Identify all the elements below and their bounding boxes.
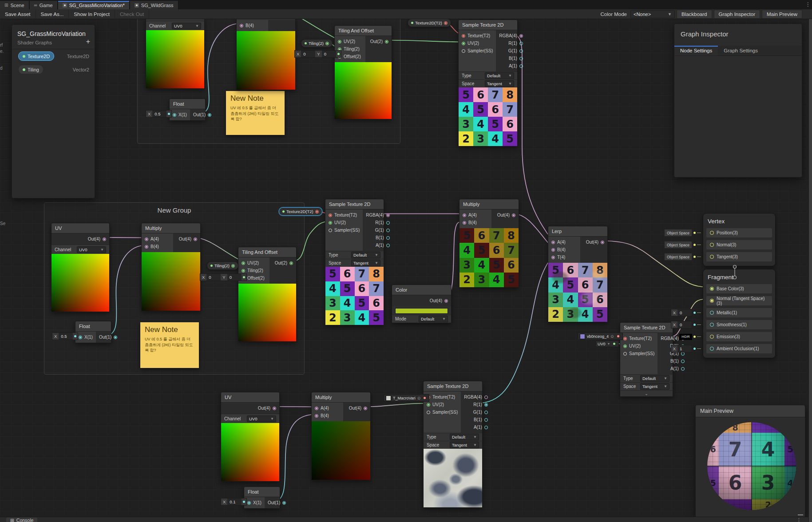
port-row[interactable]: B(4)	[459, 219, 491, 226]
block-row-tangent-3-[interactable]: Tangent(3)Object Space	[706, 252, 772, 261]
property-pill-tiling-pill-mid[interactable]: Tiling(2)	[207, 261, 238, 270]
block-port[interactable]	[710, 347, 714, 351]
object-space-pill[interactable]: Object Space	[664, 241, 692, 249]
node-float-mid[interactable]: FloatX(1)Out(1)	[75, 321, 111, 343]
output-port[interactable]	[386, 221, 390, 225]
output-port[interactable]	[194, 237, 197, 241]
field-value[interactable]: 0	[677, 309, 692, 316]
node-tao-top[interactable]: Tiling And OffsetUV(2)Tiling(2)Offset(2)…	[334, 25, 392, 119]
pill-port[interactable]	[231, 264, 235, 268]
output-port[interactable]	[681, 367, 685, 371]
output-port[interactable]	[114, 336, 117, 339]
output-port[interactable]	[444, 299, 448, 303]
block-port[interactable]	[710, 323, 714, 327]
port-row[interactable]: Sampler(SS)	[459, 47, 496, 55]
port-row[interactable]: B(4)	[548, 246, 580, 253]
block-row-ambient-occlusion-1-[interactable]: Ambient Occlusion(1)X1	[706, 344, 772, 353]
input-port[interactable]	[623, 344, 627, 348]
uv-channel-mini-dd[interactable]: UV0▼	[595, 340, 619, 347]
show-in-project-button[interactable]: Show In Project	[69, 9, 115, 19]
output-port[interactable]	[208, 113, 211, 117]
dropdown[interactable]: UV0▼	[172, 23, 201, 29]
output-port[interactable]	[484, 418, 488, 422]
dropdown[interactable]: Tangent▼	[351, 260, 380, 266]
input-port[interactable]	[242, 269, 245, 273]
vertex-block[interactable]: VertexPosition(3)Object SpaceNormal(3)Ob…	[703, 213, 776, 266]
property-pill-texture2d-pill-top[interactable]: Texture2D(T2)	[408, 19, 451, 27]
dropdown[interactable]: Default▼	[419, 316, 448, 322]
port-row[interactable]: B(4)	[312, 412, 343, 419]
port-row[interactable]: G(1)	[461, 408, 491, 416]
port-row[interactable]: R(1)	[363, 219, 393, 226]
input-port[interactable]	[551, 248, 555, 252]
port-row[interactable]: A(4)	[312, 404, 343, 412]
port-row[interactable]: G(1)	[496, 47, 526, 55]
port-row[interactable]: Out(4)	[392, 297, 451, 304]
float-x-mid[interactable]: X0.5	[52, 332, 78, 340]
input-port[interactable]	[145, 245, 148, 249]
output-port[interactable]	[484, 395, 488, 399]
block-port[interactable]	[710, 335, 714, 339]
add-property-button[interactable]: +	[86, 38, 90, 45]
input-port[interactable]	[463, 214, 466, 217]
port-row[interactable]: Texture(T2)	[325, 211, 363, 219]
port-row[interactable]: Out(4)	[221, 404, 279, 412]
block-port[interactable]	[710, 287, 714, 291]
node-uv-bottom[interactable]: UVOut(4)ChannelUV0▼	[221, 392, 280, 482]
port-row[interactable]: Out(2)	[365, 38, 392, 45]
port-row[interactable]: Out(4)	[491, 211, 519, 219]
output-port[interactable]	[519, 64, 523, 68]
port-row[interactable]: Out(1)	[96, 333, 120, 341]
input-port[interactable]	[173, 113, 176, 117]
float-x-bottom[interactable]: X0.1	[221, 498, 247, 506]
output-port[interactable]	[484, 426, 488, 429]
input-port[interactable]	[242, 261, 245, 265]
node-multiply-bottom[interactable]: MultiplyA(4)B(4)Out(4)	[311, 392, 371, 480]
output-port[interactable]	[282, 501, 286, 505]
dropdown[interactable]: UV0▼	[247, 415, 276, 422]
output-port[interactable]	[386, 229, 390, 232]
node-sample-texture-bottom[interactable]: Sample Texture 2DTexture(T2)UV(2)Sampler…	[423, 381, 483, 508]
field-value[interactable]: 0	[206, 274, 221, 281]
port-row[interactable]: A(4)	[548, 238, 580, 246]
port-row[interactable]: B(1)	[658, 357, 688, 365]
tab-scene[interactable]: ⊞Scene	[0, 1, 29, 9]
default-value-field[interactable]: X1	[671, 345, 692, 352]
port-row[interactable]: R(1)	[496, 40, 526, 47]
port-row[interactable]: UV(2)	[459, 40, 496, 47]
hdr-color-field[interactable]: HDR	[679, 334, 692, 340]
wire[interactable]	[667, 299, 707, 337]
output-port[interactable]	[681, 360, 685, 363]
sticky-note[interactable]: New NoteUV 에 0.5 를 곱해서 좀 더 촘촘하게 (2배) 타일링…	[140, 322, 199, 368]
node-float-bottom[interactable]: FloatX(1)Out(1)	[244, 486, 280, 509]
port-row[interactable]: Sampler(SS)	[424, 408, 461, 416]
property-pill-texture2d-pill-mid[interactable]: Texture2D(T2)	[279, 207, 322, 216]
port-row[interactable]: A(1)	[496, 62, 526, 70]
sticky-note[interactable]: New NoteUV 에 0.5 를 곱해서 좀 더 촘촘하게 (2배) 타일링…	[226, 91, 285, 135]
object-picker-icon[interactable]: ⊙	[417, 396, 421, 400]
main-preview-toggle-button[interactable]: Main Preview	[762, 10, 802, 19]
output-port[interactable]	[519, 57, 523, 60]
block-port[interactable]	[710, 231, 714, 235]
port-row[interactable]: B(1)	[461, 416, 491, 423]
dropdown[interactable]: Tangent▼	[640, 383, 669, 390]
block-port[interactable]	[710, 255, 714, 259]
output-port[interactable]	[386, 236, 390, 240]
dropdown[interactable]: Default▼	[640, 375, 669, 382]
port-row[interactable]: Out(1)	[190, 111, 214, 119]
pill-port[interactable]	[315, 210, 319, 214]
macro-texture-field[interactable]: T_MacroVari⊙	[384, 394, 429, 402]
dropdown[interactable]: Default▼	[351, 252, 380, 258]
input-port[interactable]	[315, 407, 318, 410]
block-row-normal-tangent-space-3-[interactable]: Normal (Tangent Space)(3)	[706, 296, 772, 305]
port-row[interactable]: A(1)	[363, 241, 393, 249]
object-picker-icon[interactable]: ⊙	[610, 334, 614, 339]
more-icon[interactable]: ⋮	[796, 517, 801, 522]
port-row[interactable]: Sampler(SS)	[325, 226, 363, 234]
blackboard-toggle-button[interactable]: Blackboard	[677, 10, 712, 19]
collapse-chevron-icon[interactable]: ⌄	[620, 390, 673, 396]
output-port[interactable]	[273, 407, 276, 410]
output-port[interactable]	[103, 237, 106, 241]
port-row[interactable]: Texture(T2)	[459, 32, 496, 40]
wire[interactable]	[104, 237, 146, 238]
